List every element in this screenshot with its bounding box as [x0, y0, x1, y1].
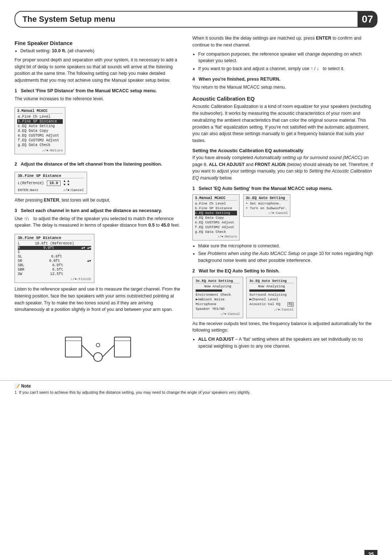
eq-step2-label: 2 Wait for the EQ Auto Setting to finish…	[192, 268, 377, 275]
ap-left-noise: ►Ambient Noise	[196, 297, 240, 301]
step4-detail: You return to the Manual MCACC setup men…	[192, 84, 377, 91]
svg-rect-0	[65, 337, 82, 357]
step1-label: 1 Select 'Fine SP Distance' from the Man…	[15, 88, 181, 94]
analyze-panel-right: 3c.EQ Auto Setting Now Analyzing Surroun…	[246, 277, 297, 318]
step2-label: 2 Adjust the distance of the left channe…	[15, 161, 181, 168]
eq-mcacc-title: 3.Manual MCACC	[195, 196, 237, 200]
ap-right-title: 3c.EQ Auto Setting	[249, 279, 294, 283]
acoustic-intro: Acoustic Calibration Equalization is a k…	[192, 103, 377, 144]
dist-row-SBL: SBL6.0ft	[18, 263, 91, 267]
menu1-item-6: g.EQ Data Check	[17, 143, 63, 147]
page-title: The System Setup menu	[23, 15, 369, 24]
eq-item-5: f.EQ CUSTOM2 Adjust	[195, 225, 237, 230]
step4-label: 4 When you're finished, press RETURN.	[192, 76, 377, 83]
ap-left-subtitle: Now Analyzing	[196, 284, 240, 288]
ap-right-channel: ►Channel Level	[249, 297, 294, 301]
page-number: 35	[364, 550, 377, 555]
dist-footer-enter: ENTER:Next	[18, 188, 38, 192]
eq-item-6: g.EQ Data Check	[195, 230, 237, 234]
ap-right-footer: ♪/●:Cancel	[249, 308, 294, 312]
fine-speaker-title: Fine Speaker Distance	[15, 40, 181, 46]
dist-row-R: R9.0ft▲▼ ▲▼	[18, 246, 91, 250]
page-container: The System Setup menu 07 Fine Speaker Di…	[0, 11, 392, 555]
left-column: Fine Speaker Distance Default setting: 1…	[15, 35, 181, 373]
all-ch-adjust-list: ALL CH ADJUST – A 'flat' setting where a…	[198, 336, 377, 350]
dist-row-SL: SL6.0ft	[18, 255, 91, 259]
section-acoustic: Acoustic Calibration EQ Acoustic Calibra…	[192, 96, 377, 349]
note-item-1: 1 If you can't seem to achieve this by a…	[15, 389, 377, 396]
eq-item-2: c.EQ Auto Setting	[195, 211, 237, 215]
svg-line-5	[82, 345, 94, 357]
dist-row-SR: SR6.0ft ▲▼	[18, 259, 91, 263]
step1-detail: The volume increases to the reference le…	[15, 96, 181, 102]
svg-point-4	[94, 353, 102, 361]
dist-screen-box: 3b.Fine SP Distance L(Reference) 10.0 ▲ …	[15, 169, 181, 197]
ap-right-subtitle: Now Analyzing	[249, 284, 294, 288]
after-enter-text: After pressing ENTER, test tones will be…	[15, 197, 181, 204]
svg-line-6	[102, 345, 114, 357]
after-analyze: As the receiver outputs test tones, the …	[192, 320, 377, 334]
chapter-number: 07	[358, 11, 377, 28]
step3-listen: Listen to the reference speaker and use …	[15, 286, 181, 313]
micro-bullets: Make sure the microphone is connected. S…	[198, 243, 377, 264]
fine-speaker-defaults: Default setting: 10.0 ft. (all channels)	[20, 48, 181, 54]
ap-right-acoustic: Acoustic Cal EQ EQ	[249, 302, 294, 307]
dist-row-L: L10.0ft (Reference)	[18, 242, 91, 246]
dist-table-title: 3b.Fine SP Distance	[18, 236, 91, 240]
note-label: 📝 Note	[15, 384, 377, 389]
bullet-micro-1: Make sure the microphone is connected.	[198, 243, 377, 250]
eq-auto-setting-menu: 3c.EQ Auto Setting + Set microphone. + T…	[243, 194, 290, 217]
note-footer: 📝 Note 1 If you can't seem to achieve th…	[0, 380, 392, 401]
fine-sp-table: 3b.Fine SP Distance L10.0ft (Reference) …	[15, 234, 94, 283]
svg-point-7	[96, 343, 100, 347]
svg-rect-2	[114, 337, 131, 357]
ap-left-progress	[196, 289, 222, 292]
ap-right-progress	[249, 289, 285, 292]
comparison-bullets: For comparison purposes, the reference s…	[198, 51, 377, 72]
eq-mcacc-menu: 3.Manual MCACC a.Fine Ch Level b.Fine SP…	[192, 194, 240, 240]
header-bar: The System Setup menu 07	[15, 11, 377, 28]
eq-mcacc-footer: ♪/●:Return	[195, 235, 237, 239]
menu1-item-2: c.EQ Auto Setting	[17, 124, 63, 129]
menu1-item-5: f.EQ CUSTOM2 Adjust	[17, 138, 63, 143]
ap-left-title: 3c.EQ Auto Setting	[196, 279, 240, 283]
when-sounds-match: When it sounds like the delay settings a…	[192, 35, 377, 49]
eq-item-1: b.Fine SP Distance	[195, 206, 237, 211]
eq-auto-title: 3c.EQ Auto Setting	[246, 196, 288, 200]
all-ch-adjust-item: ALL CH ADJUST – A 'flat' setting where a…	[198, 336, 377, 350]
dist-table-box: 3b.Fine SP Distance L10.0ft (Reference) …	[15, 231, 181, 286]
acoustic-title: Acoustic Calibration EQ	[192, 96, 377, 102]
eq-subwoofer: + Turn on Subwoofer.	[246, 206, 288, 211]
speaker-svg	[62, 319, 134, 366]
default-setting: Default setting: 10.0 ft. (all channels)	[20, 48, 181, 54]
auto-setting-detail: If you have already completed Automatica…	[192, 154, 377, 182]
fine-speaker-intro: For proper sound depth and separation wi…	[15, 57, 181, 84]
eq-item-4: e.EQ CUSTOM1 Adjust	[195, 220, 237, 225]
ap-left-speaker: Speaker YES/NO	[196, 307, 240, 311]
menu1-footer: ♪/●:Return	[17, 149, 63, 153]
ap-right-surround: Surround Analyzing	[249, 293, 294, 297]
dist-table-footer: ♪/●:Finish	[18, 277, 91, 281]
menu1-box: 3.Manual MCACC a.Fine Ch Level b.Fine SP…	[15, 104, 181, 157]
menu1-item-4: e.EQ CUSTOM1 Adjust	[17, 133, 63, 138]
right-column: When it sounds like the delay settings a…	[192, 35, 377, 373]
dist-footer-cancel: ♪/●:Cancel	[63, 188, 84, 192]
ap-left-env: Environment Check	[196, 293, 240, 297]
step3-detail: Use ↑/↓ to adjust the delay of the speak…	[15, 215, 181, 229]
ap-left-mic: Microphone	[196, 302, 240, 306]
dist-row-SW: SW12.5ft	[18, 272, 91, 276]
bullet-comparison-2: If you want to go back and adjust a chan…	[198, 65, 377, 72]
bullet-comparison-1: For comparison purposes, the reference s…	[198, 51, 377, 65]
menu1-item-3: d.EQ Data Copy	[17, 129, 63, 133]
dist-row-SBR: SBR6.5ft	[18, 268, 91, 272]
menu1-item-0: a.Fine Ch Level	[17, 114, 63, 119]
bullet-micro-2: See Problems when using the Auto MCACC S…	[198, 250, 377, 264]
eq-menus-pair: 3.Manual MCACC a.Fine Ch Level b.Fine SP…	[192, 194, 377, 240]
eq-micro: + Set microphone.	[246, 201, 288, 206]
dist-row-C: C	[18, 250, 91, 254]
eq-analyze-panels: 3c.EQ Auto Setting Now Analyzing Environ…	[192, 277, 377, 318]
fine-sp-distance-screen: 3b.Fine SP Distance L(Reference) 10.0 ▲ …	[15, 172, 87, 194]
eq-auto-footer: ♪/●:Cancel	[246, 211, 288, 215]
analyze-panel-left: 3c.EQ Auto Setting Now Analyzing Environ…	[192, 277, 243, 318]
eq-item-3: d.EQ Data Copy	[195, 215, 237, 220]
